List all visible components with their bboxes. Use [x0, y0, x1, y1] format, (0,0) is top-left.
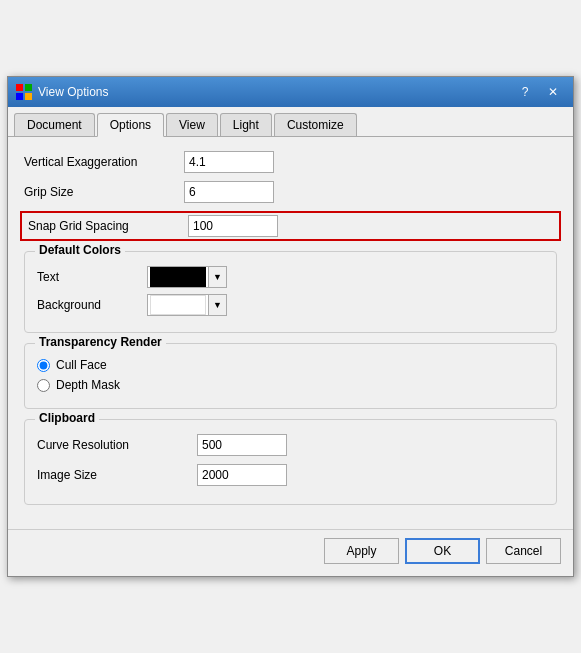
svg-rect-2	[16, 93, 23, 100]
window-title: View Options	[38, 85, 513, 99]
svg-rect-0	[16, 84, 23, 91]
title-bar-controls: ? ✕	[513, 82, 565, 102]
background-color-row: Background ▼	[37, 294, 544, 316]
text-color-dropdown-arrow[interactable]: ▼	[208, 267, 226, 287]
tab-options[interactable]: Options	[97, 113, 164, 137]
default-colors-content: Text ▼ Background ▼	[37, 266, 544, 316]
ok-button[interactable]: OK	[405, 538, 480, 564]
transparency-render-title: Transparency Render	[35, 335, 166, 349]
svg-rect-1	[25, 84, 32, 91]
footer: Apply OK Cancel	[8, 529, 573, 576]
curve-resolution-label: Curve Resolution	[37, 438, 197, 452]
clipboard-content: Curve Resolution Image Size	[37, 434, 544, 486]
image-size-input[interactable]	[197, 464, 287, 486]
snap-grid-spacing-row: Snap Grid Spacing	[20, 211, 561, 241]
tab-document[interactable]: Document	[14, 113, 95, 136]
grip-size-label: Grip Size	[24, 185, 184, 199]
vertical-exaggeration-input[interactable]	[184, 151, 274, 173]
clipboard-title: Clipboard	[35, 411, 99, 425]
svg-rect-3	[25, 93, 32, 100]
text-color-picker[interactable]: ▼	[147, 266, 227, 288]
transparency-render-content: Cull Face Depth Mask	[37, 358, 544, 392]
image-size-row: Image Size	[37, 464, 544, 486]
text-color-row: Text ▼	[37, 266, 544, 288]
background-color-dropdown-arrow[interactable]: ▼	[208, 295, 226, 315]
depth-mask-radio[interactable]	[37, 379, 50, 392]
cull-face-row: Cull Face	[37, 358, 544, 372]
tab-light[interactable]: Light	[220, 113, 272, 136]
cull-face-label: Cull Face	[56, 358, 107, 372]
tab-view[interactable]: View	[166, 113, 218, 136]
image-size-label: Image Size	[37, 468, 197, 482]
view-options-window: View Options ? ✕ Document Options View L…	[7, 76, 574, 577]
vertical-exaggeration-label: Vertical Exaggeration	[24, 155, 184, 169]
curve-resolution-input[interactable]	[197, 434, 287, 456]
default-colors-title: Default Colors	[35, 243, 125, 257]
default-colors-group: Default Colors Text ▼ Background ▼	[24, 251, 557, 333]
grip-size-input[interactable]	[184, 181, 274, 203]
help-button[interactable]: ?	[513, 82, 537, 102]
transparency-render-group: Transparency Render Cull Face Depth Mask	[24, 343, 557, 409]
text-color-swatch	[150, 267, 206, 287]
grip-size-row: Grip Size	[24, 181, 557, 203]
depth-mask-label: Depth Mask	[56, 378, 120, 392]
text-color-label: Text	[37, 270, 147, 284]
close-button[interactable]: ✕	[541, 82, 565, 102]
cancel-button[interactable]: Cancel	[486, 538, 561, 564]
options-content: Vertical Exaggeration Grip Size Snap Gri…	[8, 137, 573, 525]
app-icon	[16, 84, 32, 100]
vertical-exaggeration-row: Vertical Exaggeration	[24, 151, 557, 173]
snap-grid-spacing-input[interactable]	[188, 215, 278, 237]
clipboard-group: Clipboard Curve Resolution Image Size	[24, 419, 557, 505]
title-bar: View Options ? ✕	[8, 77, 573, 107]
snap-grid-spacing-label: Snap Grid Spacing	[28, 219, 188, 233]
background-color-picker[interactable]: ▼	[147, 294, 227, 316]
curve-resolution-row: Curve Resolution	[37, 434, 544, 456]
apply-button[interactable]: Apply	[324, 538, 399, 564]
depth-mask-row: Depth Mask	[37, 378, 544, 392]
cull-face-radio[interactable]	[37, 359, 50, 372]
tab-bar: Document Options View Light Customize	[8, 107, 573, 137]
tab-customize[interactable]: Customize	[274, 113, 357, 136]
background-color-label: Background	[37, 298, 147, 312]
background-color-swatch	[150, 295, 206, 315]
